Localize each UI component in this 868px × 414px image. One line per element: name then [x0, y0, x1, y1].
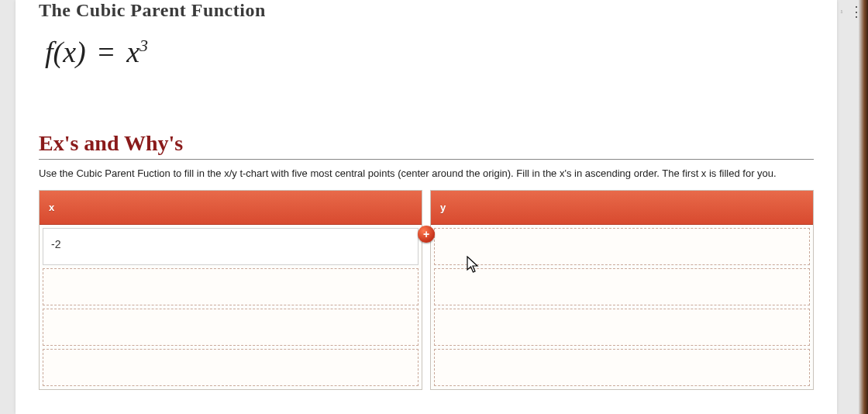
share-icon[interactable] — [840, 5, 843, 18]
parent-function-equation: f(x) = x3 — [45, 35, 814, 69]
page-title: The Cubic Parent Function — [39, 0, 814, 21]
equation-rhs-exponent: 3 — [140, 36, 148, 55]
x-column-header: x — [40, 191, 422, 225]
photo-edge — [859, 0, 868, 414]
x-cell[interactable] — [43, 268, 418, 305]
y-column: y — [430, 190, 814, 390]
x-cell[interactable] — [43, 309, 418, 346]
y-cell[interactable] — [434, 268, 810, 305]
section-instructions: Use the Cubic Parent Fuction to fill in … — [39, 167, 814, 179]
equation-lhs: f(x) — [45, 36, 86, 68]
x-cell[interactable]: -2 — [43, 228, 418, 265]
equation-rhs-base: x — [126, 36, 140, 68]
equation-equals: = — [93, 36, 119, 68]
x-column: x -2 — [39, 190, 422, 390]
y-column-header: y — [431, 191, 813, 225]
y-cell[interactable] — [434, 309, 810, 346]
section-heading: Ex's and Why's — [39, 131, 814, 160]
add-row-button[interactable]: + — [418, 226, 435, 243]
y-cell[interactable] — [434, 228, 810, 265]
worksheet-page: The Cubic Parent Function f(x) = x3 Ex's… — [16, 0, 837, 414]
y-cell[interactable] — [434, 349, 810, 386]
t-chart: + x -2 y — [39, 190, 814, 390]
x-cell[interactable] — [43, 349, 418, 386]
